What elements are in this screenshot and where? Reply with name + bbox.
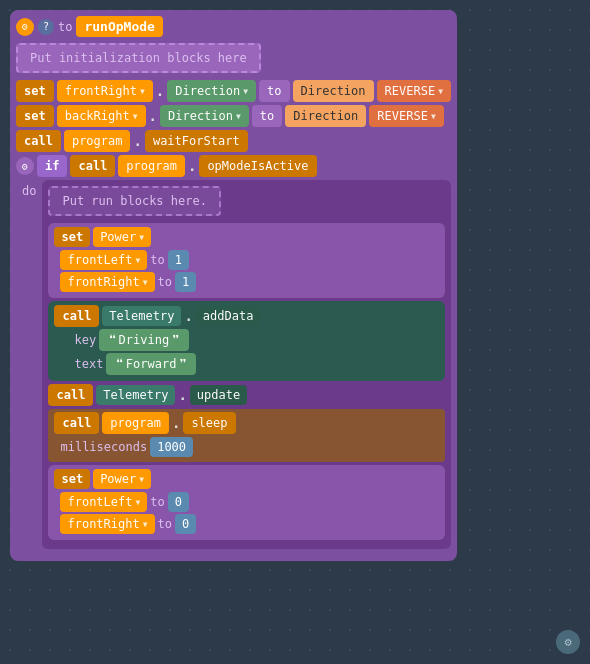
sleep-method[interactable]: sleep: [183, 412, 235, 434]
millis-value[interactable]: 1000: [150, 437, 193, 457]
program-var-2[interactable]: program: [118, 155, 185, 177]
if-block-container: ⚙ if call program . opModeIsActive do Pu…: [16, 155, 451, 549]
dropdown-arrow-6: ▼: [431, 112, 436, 121]
set-keyword-4[interactable]: set: [54, 469, 90, 489]
front-right-subrow-2: frontRight ▼ to 0: [54, 514, 439, 534]
do-container: do Put run blocks here. set Power ▼: [16, 180, 451, 549]
power-label-1[interactable]: Power ▼: [93, 227, 151, 247]
init-placeholder: Put initialization blocks here: [16, 43, 261, 73]
set-power-1-header: set Power ▼: [54, 227, 439, 247]
key-value[interactable]: ❝ Driving ❞: [99, 329, 188, 351]
close-quote-1: ❞: [171, 332, 179, 348]
dropdown-arrow-8: ▼: [135, 256, 140, 265]
set-power-1-container: set Power ▼ frontLeft ▼ to: [48, 223, 445, 298]
back-right-var[interactable]: backRight ▼: [57, 105, 146, 127]
millis-label: milliseconds: [60, 440, 147, 454]
dot-4: .: [188, 158, 196, 174]
reverse-value-1[interactable]: REVERSE ▼: [377, 80, 451, 102]
program-var-3[interactable]: program: [102, 412, 169, 434]
set-keyword-2[interactable]: set: [16, 105, 54, 127]
to-small-1: to: [150, 253, 164, 267]
front-left-subrow-1: frontLeft ▼ to 1: [54, 250, 439, 270]
bottom-gear-icon: ⚙: [556, 630, 580, 654]
dot-7: .: [172, 415, 180, 431]
sleep-container: call program . sleep milliseconds 1000: [48, 409, 445, 462]
value-4-num[interactable]: 0: [175, 514, 196, 534]
update-method[interactable]: update: [190, 385, 247, 405]
value-3-num[interactable]: 0: [168, 492, 189, 512]
call-keyword-4[interactable]: call: [48, 384, 93, 406]
call-keyword-2[interactable]: call: [70, 155, 115, 177]
to-keyword-1: to: [259, 80, 289, 102]
sleep-header-row: call program . sleep: [54, 412, 439, 434]
direction-field-1[interactable]: Direction ▼: [167, 80, 256, 102]
to-small-4: to: [158, 517, 172, 531]
dropdown-arrow-3: ▼: [438, 87, 443, 96]
if-gear-icon[interactable]: ⚙: [16, 157, 34, 175]
set-front-right-row: set frontRight ▼ . Direction ▼ to Direct…: [16, 80, 451, 102]
telemetry-add-header: call Telemetry . addData: [54, 305, 439, 327]
if-keyword[interactable]: if: [37, 155, 67, 177]
dropdown-arrow-2: ▼: [243, 87, 248, 96]
set-power-2-container: set Power ▼ frontLeft ▼ to: [48, 465, 445, 540]
set-keyword-3[interactable]: set: [54, 227, 90, 247]
op-mode-is-active-method[interactable]: opModeIsActive: [199, 155, 316, 177]
call-keyword-1[interactable]: call: [16, 130, 61, 152]
value-1-num[interactable]: 1: [168, 250, 189, 270]
wait-for-start-method[interactable]: waitForStart: [145, 130, 248, 152]
gear-icon[interactable]: ⚙: [16, 18, 34, 36]
dropdown-arrow-7: ▼: [139, 233, 144, 242]
reverse-value-2[interactable]: REVERSE ▼: [369, 105, 443, 127]
to-small-3: to: [150, 495, 164, 509]
if-header-row: ⚙ if call program . opModeIsActive: [16, 155, 451, 177]
run-placeholder-row: Put run blocks here.: [48, 186, 445, 220]
set-keyword-1[interactable]: set: [16, 80, 54, 102]
run-op-mode-label[interactable]: runOpMode: [76, 16, 162, 37]
call-keyword-3[interactable]: call: [54, 305, 99, 327]
dropdown-arrow-9: ▼: [143, 278, 148, 287]
do-label: do: [16, 180, 42, 549]
to-small-2: to: [158, 275, 172, 289]
set-back-right-row: set backRight ▼ . Direction ▼ to Directi…: [16, 105, 451, 127]
direction-value-2[interactable]: Direction: [285, 105, 366, 127]
front-left-subrow-2: frontLeft ▼ to 0: [54, 492, 439, 512]
dropdown-arrow-12: ▼: [143, 520, 148, 529]
run-op-mode-block: ⚙ ? to runOpMode Put initialization bloc…: [10, 10, 457, 561]
open-quote-1: ❝: [108, 332, 116, 348]
telemetry-add-container: call Telemetry . addData key ❝ Driving ❞: [48, 301, 445, 381]
init-placeholder-row: Put initialization blocks here: [16, 43, 451, 77]
text-row: text ❝ Forward ❞: [54, 353, 439, 375]
workspace: ⚙ ? to runOpMode Put initialization bloc…: [10, 10, 457, 561]
front-right-subrow-1: frontRight ▼ to 1: [54, 272, 439, 292]
front-left-var-1[interactable]: frontLeft ▼: [60, 250, 147, 270]
dot-2: .: [149, 108, 157, 124]
text-value[interactable]: ❝ Forward ❞: [106, 353, 195, 375]
value-2-num[interactable]: 1: [175, 272, 196, 292]
dot-3: .: [133, 133, 141, 149]
direction-field-2[interactable]: Direction ▼: [160, 105, 249, 127]
text-label: text: [74, 357, 103, 371]
open-quote-2: ❝: [115, 356, 123, 372]
key-row: key ❝ Driving ❞: [54, 329, 439, 351]
close-quote-2: ❞: [178, 356, 186, 372]
power-label-2[interactable]: Power ▼: [93, 469, 151, 489]
dropdown-arrow-10: ▼: [139, 475, 144, 484]
front-right-var-1[interactable]: frontRight ▼: [60, 272, 154, 292]
dot-6: .: [178, 387, 186, 403]
help-icon[interactable]: ?: [38, 19, 54, 35]
front-left-var-2[interactable]: frontLeft ▼: [60, 492, 147, 512]
add-data-method[interactable]: addData: [196, 306, 261, 326]
dropdown-arrow-11: ▼: [135, 498, 140, 507]
front-right-var-2[interactable]: frontRight ▼: [60, 514, 154, 534]
to-keyword: to: [58, 20, 72, 34]
dropdown-arrow-4: ▼: [133, 112, 138, 121]
dot-5: .: [184, 308, 192, 324]
direction-value-1[interactable]: Direction: [293, 80, 374, 102]
telemetry-var-2[interactable]: Telemetry: [96, 385, 175, 405]
call-keyword-5[interactable]: call: [54, 412, 99, 434]
program-var-1[interactable]: program: [64, 130, 131, 152]
front-right-var[interactable]: frontRight ▼: [57, 80, 153, 102]
call-wait-row: call program . waitForStart: [16, 130, 451, 152]
key-label: key: [74, 333, 96, 347]
telemetry-var-1[interactable]: Telemetry: [102, 306, 181, 326]
